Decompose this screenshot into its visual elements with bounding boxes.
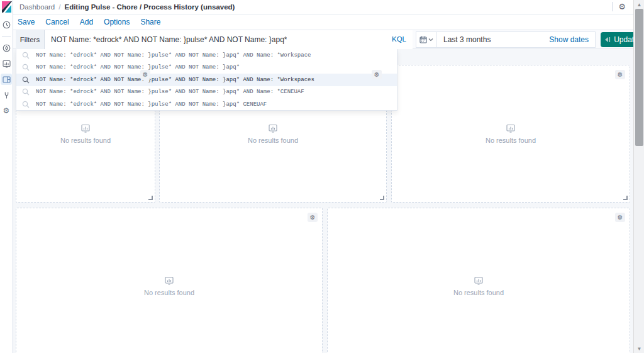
gear-icon: ⚙ — [374, 72, 380, 78]
sidebar-item-discover[interactable] — [1, 42, 12, 53]
no-results-text: No results found — [60, 137, 111, 144]
no-results-text: No results found — [144, 289, 194, 296]
search-icon — [22, 88, 30, 96]
panel-resize-handle[interactable] — [623, 196, 628, 200]
query-input[interactable]: NOT Name: *edrock* AND NOT Name: }pulse*… — [45, 30, 413, 49]
empty-state: No results found — [453, 276, 504, 296]
search-icon — [22, 52, 30, 59]
dashboard-panel: ⚙ No results found — [327, 208, 630, 353]
bar-chart-icon — [3, 60, 11, 68]
wrench-icon — [3, 91, 11, 99]
chart-placeholder-icon — [474, 276, 483, 285]
refresh-icon — [604, 36, 611, 43]
show-dates-button[interactable]: Show dates — [549, 35, 595, 44]
dashboard-panel: ⚙ No results found — [16, 208, 323, 353]
panel-resize-handle[interactable] — [380, 196, 384, 200]
panel-gear-button[interactable]: ⚙ — [615, 213, 625, 222]
vertical-scrollbar[interactable]: ▲ ▼ — [633, 0, 644, 353]
scroll-down-arrow[interactable]: ▼ — [634, 344, 644, 353]
panel-gear-button[interactable]: ⚙ — [140, 70, 150, 79]
dashboard-icon — [3, 76, 11, 84]
gear-icon: ⚙ — [3, 107, 10, 115]
gear-icon: ⚙ — [618, 72, 623, 78]
empty-state: No results found — [486, 124, 536, 144]
gear-icon: ⚙ — [143, 72, 148, 78]
breadcrumb-dashboard[interactable]: Dashboard — [19, 3, 55, 11]
kql-language-button[interactable]: KQL — [392, 35, 406, 43]
topbar-divider — [612, 2, 613, 11]
filters-button[interactable]: Filters — [16, 30, 45, 49]
sidebar-item-recently-viewed[interactable] — [1, 19, 12, 30]
sidebar-item-dashboard[interactable] — [1, 74, 12, 85]
search-icon — [22, 64, 30, 71]
timerange-value[interactable]: Last 3 months — [437, 35, 549, 44]
breadcrumb-separator: / — [58, 3, 60, 11]
compass-icon — [3, 44, 11, 52]
panel-gear-button[interactable]: ⚙ — [308, 213, 318, 222]
panel-gear-button[interactable]: ⚙ — [615, 70, 625, 79]
sidebar-item-management[interactable]: ⚙ — [1, 105, 12, 116]
scrollbar-thumb[interactable] — [635, 9, 643, 146]
search-icon — [22, 76, 30, 84]
panel-gear-button[interactable]: ⚙ — [372, 70, 382, 79]
calendar-button[interactable] — [416, 32, 437, 47]
top-navigation-bar: Dashboard / Editing Pulse - Chore / Proc… — [13, 0, 633, 14]
clock-icon — [3, 21, 11, 29]
cancel-button[interactable]: Cancel — [45, 18, 69, 26]
settings-icon[interactable]: ⚙ — [618, 3, 626, 11]
suggestion-item[interactable]: NOT Name: *edrock* AND NOT Name: }pulse*… — [16, 86, 397, 99]
no-results-text: No results found — [453, 289, 504, 296]
gear-icon: ⚙ — [618, 215, 623, 221]
empty-state: No results found — [248, 124, 298, 144]
calendar-icon — [419, 36, 427, 43]
save-button[interactable]: Save — [18, 18, 35, 26]
panel-resize-handle[interactable] — [148, 196, 153, 200]
suggestion-item[interactable]: NOT Name: *edrock* AND NOT Name: }pulse*… — [16, 49, 397, 62]
page-title: Editing Pulse - Chore / Process History … — [64, 3, 235, 11]
chevron-down-icon — [428, 38, 433, 42]
scroll-up-arrow[interactable]: ▲ — [634, 0, 644, 9]
chart-placeholder-icon — [165, 276, 174, 285]
app-sidebar: ⚙ — [0, 0, 13, 353]
suggestion-item-selected[interactable]: NOT Name: *edrock* AND NOT Name: }pulse*… — [16, 74, 397, 86]
sidebar-item-visualize[interactable] — [1, 58, 12, 69]
share-button[interactable]: Share — [140, 18, 160, 26]
sidebar-item-dev-tools[interactable] — [1, 89, 12, 101]
suggestion-item[interactable]: NOT Name: *edrock* AND NOT Name: }pulse*… — [16, 62, 397, 74]
kibana-logo[interactable] — [1, 1, 12, 13]
no-results-text: No results found — [248, 137, 298, 144]
empty-state: No results found — [144, 276, 194, 296]
query-suggestions-dropdown: NOT Name: *edrock* AND NOT Name: }pulse*… — [16, 49, 397, 111]
query-value: NOT Name: *edrock* AND NOT Name: }pulse*… — [51, 35, 287, 44]
search-icon — [22, 101, 30, 108]
chart-placeholder-icon — [81, 124, 90, 133]
no-results-text: No results found — [486, 137, 536, 144]
dashboard-menu-bar: Save Cancel Add Options Share — [13, 14, 633, 30]
breadcrumb: Dashboard / Editing Pulse - Chore / Proc… — [19, 3, 235, 11]
gear-icon: ⚙ — [310, 215, 316, 221]
empty-state: No results found — [60, 124, 111, 144]
date-picker: Last 3 months Show dates — [416, 31, 596, 48]
sidebar-divider — [2, 36, 11, 36]
chart-placeholder-icon — [506, 124, 515, 133]
chart-placeholder-icon — [269, 124, 277, 133]
add-button[interactable]: Add — [80, 18, 93, 26]
dashboard-panel: ⚙ No results found — [391, 65, 630, 203]
options-button[interactable]: Options — [104, 18, 130, 26]
suggestion-item[interactable]: NOT Name: *edrock* AND NOT Name: }pulse*… — [16, 98, 397, 111]
query-filter-bar: Filters NOT Name: *edrock* AND NOT Name:… — [13, 30, 633, 49]
